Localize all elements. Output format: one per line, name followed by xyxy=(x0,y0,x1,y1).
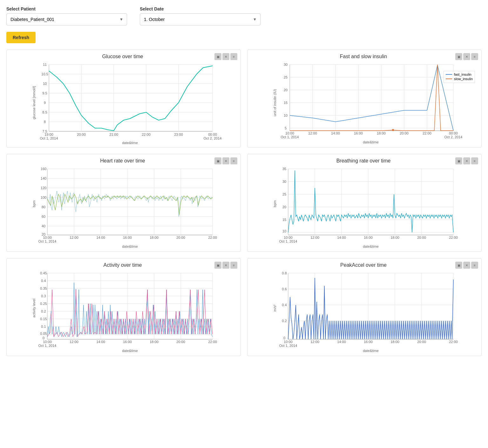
peakaccel-title: PeakAccel over time xyxy=(272,262,455,268)
svg-text:10:00: 10:00 xyxy=(43,236,52,239)
svg-text:14:00: 14:00 xyxy=(96,236,105,239)
svg-text:12:00: 12:00 xyxy=(308,131,317,135)
date-control: Select Date 1. October ▼ xyxy=(140,6,261,25)
svg-text:30: 30 xyxy=(282,180,286,183)
svg-text:Oct 1, 2014: Oct 1, 2014 xyxy=(40,136,58,140)
svg-text:60: 60 xyxy=(42,215,45,218)
svg-text:23:00: 23:00 xyxy=(174,133,183,136)
activity-chart-area: 0.45 0.4 0.35 0.3 0.25 0.2 0.15 0.1 0.05… xyxy=(10,270,237,353)
svg-text:0.6: 0.6 xyxy=(282,287,287,291)
peakaccel-btn-2[interactable]: ✕ xyxy=(463,262,470,269)
fast-insulin-legend-item: fast_insulin xyxy=(446,72,473,76)
svg-text:0.15: 0.15 xyxy=(40,317,47,321)
glucose-controls: ▣ ✕ ≡ xyxy=(214,53,237,60)
svg-text:bpm: bpm xyxy=(32,200,36,207)
date-select[interactable]: 1. October xyxy=(140,13,261,25)
svg-text:22:00: 22:00 xyxy=(208,236,217,239)
svg-text:Oct 2, 2014: Oct 2, 2014 xyxy=(444,135,463,139)
svg-text:18:00: 18:00 xyxy=(390,340,399,344)
svg-text:Oct 2, 2014: Oct 2, 2014 xyxy=(204,136,222,140)
svg-text:Oct 1, 2014: Oct 1, 2014 xyxy=(281,135,299,139)
svg-text:0.1: 0.1 xyxy=(41,325,46,328)
insulin-btn-1[interactable]: ▣ xyxy=(455,53,462,60)
svg-text:Oct 1, 2014: Oct 1, 2014 xyxy=(38,344,57,348)
svg-text:20:00: 20:00 xyxy=(77,133,86,136)
insulin-title: Fast and slow insulin xyxy=(272,54,455,59)
svg-text:12:00: 12:00 xyxy=(310,340,319,344)
refresh-button[interactable]: Refresh xyxy=(6,32,36,43)
glucose-btn-3[interactable]: ≡ xyxy=(230,53,237,60)
svg-text:18:00: 18:00 xyxy=(150,236,159,239)
date-label: Select Date xyxy=(140,6,261,11)
peakaccel-btn-1[interactable]: ▣ xyxy=(455,262,462,269)
svg-text:10:00: 10:00 xyxy=(43,340,52,344)
svg-text:14:00: 14:00 xyxy=(331,131,340,135)
svg-text:00:00: 00:00 xyxy=(449,131,458,135)
svg-text:0.2: 0.2 xyxy=(282,319,287,323)
svg-text:12:00: 12:00 xyxy=(70,340,78,344)
svg-text:21:00: 21:00 xyxy=(109,133,118,136)
insulin-chart-area: 30 25 20 15 10 5 unit of insulin (IU) xyxy=(251,61,478,144)
svg-text:15: 15 xyxy=(284,101,288,105)
heartrate-svg: 160 140 120 100 80 60 40 20 bpm xyxy=(10,166,237,248)
breathing-btn-3[interactable]: ≡ xyxy=(471,157,478,164)
glucose-panel: Glucose over time ▣ ✕ ≡ 11 10.5 10 9.5 9… xyxy=(6,50,241,148)
fast-insulin-legend-line xyxy=(446,74,452,75)
svg-text:12:00: 12:00 xyxy=(310,236,319,239)
insulin-header: Fast and slow insulin ▣ ✕ ≡ xyxy=(251,53,478,60)
top-controls: Select Patient Diabetes_Patient_001 ▼ Se… xyxy=(6,6,482,25)
svg-text:15: 15 xyxy=(282,218,286,222)
activity-btn-2[interactable]: ✕ xyxy=(222,262,229,269)
insulin-btn-3[interactable]: ≡ xyxy=(471,53,478,60)
breathing-btn-1[interactable]: ▣ xyxy=(455,157,462,164)
heartrate-btn-1[interactable]: ▣ xyxy=(214,157,221,164)
activity-btn-3[interactable]: ≡ xyxy=(230,262,237,269)
peakaccel-controls: ▣ ✕ ≡ xyxy=(455,262,478,269)
svg-text:20:00: 20:00 xyxy=(400,131,409,135)
svg-text:0.25: 0.25 xyxy=(40,302,47,306)
glucose-btn-1[interactable]: ▣ xyxy=(214,53,221,60)
glucose-title: Glucose over time xyxy=(31,54,214,59)
svg-text:unit of insulin (IU): unit of insulin (IU) xyxy=(273,89,277,116)
svg-text:0: 0 xyxy=(283,336,285,340)
svg-text:20: 20 xyxy=(284,88,288,92)
breathing-btn-2[interactable]: ✕ xyxy=(463,157,470,164)
svg-text:Oct 1, 2014: Oct 1, 2014 xyxy=(38,239,57,243)
svg-text:18:00: 18:00 xyxy=(390,236,399,239)
heartrate-chart-area: 160 140 120 100 80 60 40 20 bpm xyxy=(10,166,237,248)
date-select-wrapper: 1. October ▼ xyxy=(140,13,261,25)
svg-text:10: 10 xyxy=(282,229,286,233)
svg-text:0.4: 0.4 xyxy=(41,279,46,283)
glucose-svg: 11 10.5 10 9.5 9 8.5 8 7.5 glucose level… xyxy=(10,61,237,144)
insulin-controls: ▣ ✕ ≡ xyxy=(455,53,478,60)
svg-text:25: 25 xyxy=(282,192,286,196)
svg-text:14:00: 14:00 xyxy=(337,236,346,239)
svg-text:8.5: 8.5 xyxy=(42,110,47,114)
breathing-header: Breathing rate over time ▣ ✕ ≡ xyxy=(251,157,478,164)
svg-text:160: 160 xyxy=(41,167,46,171)
svg-text:bpm: bpm xyxy=(273,200,277,207)
breathing-chart-area: 35 30 25 20 15 10 bpm xyxy=(251,166,478,248)
activity-title: Activity over time xyxy=(31,262,214,268)
fast-insulin-legend-label: fast_insulin xyxy=(454,72,471,76)
heartrate-btn-3[interactable]: ≡ xyxy=(230,157,237,164)
activity-btn-1[interactable]: ▣ xyxy=(214,262,221,269)
svg-text:20:00: 20:00 xyxy=(417,340,426,344)
svg-text:date&time: date&time xyxy=(363,349,379,353)
activity-panel: Activity over time ▣ ✕ ≡ 0.45 0.4 0.35 0… xyxy=(6,258,241,356)
slow-insulin-legend-label: slow_insulin xyxy=(454,77,473,81)
svg-text:10.5: 10.5 xyxy=(41,72,48,76)
peakaccel-btn-3[interactable]: ≡ xyxy=(471,262,478,269)
glucose-header: Glucose over time ▣ ✕ ≡ xyxy=(10,53,237,60)
svg-text:Oct 1, 2014: Oct 1, 2014 xyxy=(279,344,297,348)
insulin-btn-2[interactable]: ✕ xyxy=(463,53,470,60)
svg-text:0.4: 0.4 xyxy=(282,303,287,307)
svg-text:25: 25 xyxy=(284,75,288,79)
svg-text:20:00: 20:00 xyxy=(417,236,426,239)
svg-text:activity level: activity level xyxy=(32,299,36,317)
glucose-btn-2[interactable]: ✕ xyxy=(222,53,229,60)
patient-select[interactable]: Diabetes_Patient_001 xyxy=(6,13,127,25)
svg-text:0.05: 0.05 xyxy=(40,332,47,335)
heartrate-btn-2[interactable]: ✕ xyxy=(222,157,229,164)
svg-text:date&time: date&time xyxy=(122,141,138,144)
